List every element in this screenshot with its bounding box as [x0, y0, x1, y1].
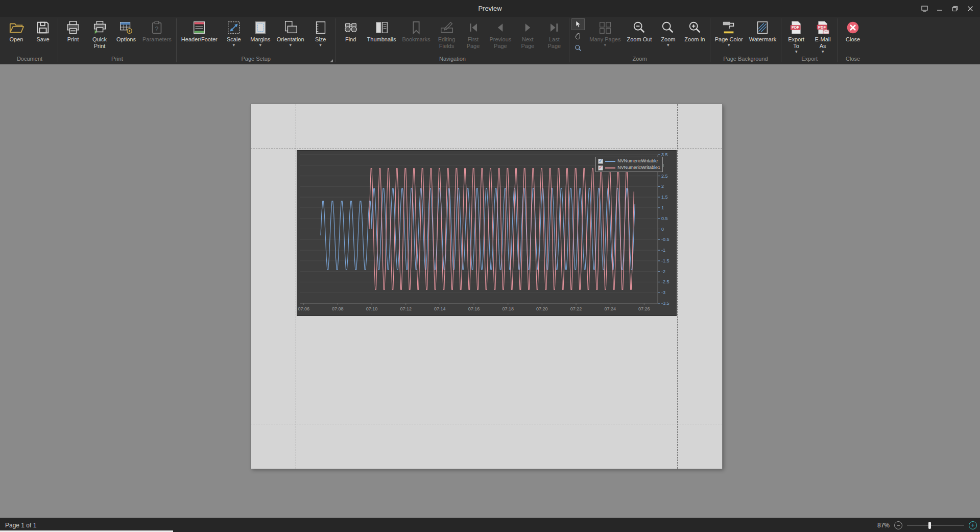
left-margin-guide: [296, 104, 296, 469]
legend-line-sample: [605, 167, 615, 168]
parameters-icon: ?: [149, 19, 164, 36]
export-to-label: Export To: [788, 36, 804, 50]
first-page-label: First Page: [467, 36, 480, 50]
editing-fields-icon: [439, 19, 455, 36]
svg-text:-0.5: -0.5: [661, 237, 670, 242]
orientation-icon: [283, 19, 298, 36]
find-button[interactable]: Find: [338, 18, 364, 43]
open-label: Open: [10, 36, 23, 43]
document-page: 3.532.521.510.50-0.5-1-1.5-2-2.5-3-3.507…: [251, 104, 722, 469]
ribbon-group-page-background: Page Color ▾ Watermark Page Background: [711, 17, 780, 64]
scale-button[interactable]: Scale ▾: [221, 18, 247, 47]
last-page-label: Last Page: [547, 36, 561, 50]
dropdown-arrow-icon: ▾: [259, 43, 262, 47]
print-button[interactable]: Print: [60, 18, 86, 43]
dropdown-arrow-icon: ▾: [667, 43, 670, 47]
thumbnails-button[interactable]: Thumbnails: [364, 18, 399, 43]
ribbon-group-export: PDF Export To ▾ PDF E-Mail As ▾ Export: [782, 17, 837, 64]
find-label: Find: [345, 36, 356, 43]
print-label: Print: [67, 36, 79, 43]
many-pages-button: Many Pages ▾: [586, 18, 624, 47]
ribbon-group-close: Close Close: [839, 17, 867, 64]
group-label-print: Print: [60, 55, 175, 64]
group-label-document: Document: [3, 55, 56, 64]
zoom-out-label: Zoom Out: [627, 36, 652, 43]
hand-tool-button[interactable]: [571, 30, 585, 42]
legend-item[interactable]: ✓ NVNumericWritable: [598, 158, 660, 164]
watermark-button[interactable]: Watermark: [746, 18, 779, 43]
svg-text:07:26: 07:26: [638, 306, 650, 311]
dropdown-arrow-icon: ▾: [604, 43, 607, 47]
titlebar: Preview: [0, 0, 980, 17]
ribbon-group-page-setup: Header/Footer Scale ▾ Margins ▾: [177, 17, 335, 64]
zoom-controls: 87% − +: [877, 521, 977, 529]
previous-page-button: Previous Page: [487, 18, 515, 50]
group-label-navigation: Navigation: [338, 55, 568, 64]
page-color-button[interactable]: Page Color ▾: [712, 18, 746, 47]
status-zoom-out-button[interactable]: −: [894, 521, 902, 529]
svg-text:07:22: 07:22: [570, 306, 582, 311]
minimize-button[interactable]: [932, 2, 947, 15]
fullscreen-icon[interactable]: [917, 2, 932, 15]
scale-icon: [226, 19, 242, 36]
zoom-in-button[interactable]: Zoom In: [681, 18, 708, 43]
legend-label: NVNumericWritable1: [617, 165, 660, 171]
parameters-label: Parameters: [142, 36, 172, 43]
maximize-button[interactable]: [947, 2, 963, 15]
group-label-export: Export: [783, 55, 836, 64]
save-button[interactable]: Save: [30, 18, 56, 43]
header-footer-icon: [192, 19, 207, 36]
thumbnails-icon: [374, 19, 389, 36]
save-icon: [35, 19, 51, 36]
dropdown-arrow-icon: ▾: [319, 43, 322, 47]
previous-page-label: Previous Page: [490, 36, 512, 50]
legend-checkbox[interactable]: ✓: [598, 159, 603, 164]
page-setup-dialog-launcher[interactable]: [330, 59, 333, 62]
svg-text:07:16: 07:16: [468, 306, 480, 311]
dropdown-arrow-icon: ▾: [822, 50, 824, 54]
legend-item[interactable]: ✓ NVNumericWritable1: [598, 165, 660, 171]
ribbon-separator: [569, 18, 569, 62]
open-button[interactable]: Open: [3, 18, 30, 43]
zoom-slider-thumb[interactable]: [928, 522, 931, 529]
email-as-label: E-Mail As: [815, 36, 831, 50]
email-as-button[interactable]: PDF E-Mail As ▾: [809, 18, 836, 54]
close-preview-button[interactable]: Close: [840, 18, 866, 43]
zoom-percent: 87%: [877, 522, 890, 529]
dropdown-arrow-icon: ▾: [233, 43, 235, 47]
dropdown-arrow-icon: ▾: [289, 43, 292, 47]
check-icon: ✓: [599, 158, 603, 164]
margins-button[interactable]: Margins ▾: [247, 18, 274, 47]
orientation-button[interactable]: Orientation ▾: [274, 18, 307, 47]
svg-text:-3: -3: [661, 290, 665, 295]
svg-text:07:14: 07:14: [434, 306, 446, 311]
size-button[interactable]: Size ▾: [307, 18, 334, 47]
svg-text:1: 1: [661, 205, 664, 210]
status-zoom-in-button[interactable]: +: [969, 521, 977, 529]
svg-text:0: 0: [661, 227, 664, 232]
svg-text:PDF: PDF: [818, 25, 826, 30]
dropdown-arrow-icon: ▾: [795, 50, 798, 54]
window-close-button[interactable]: [963, 2, 978, 15]
preview-canvas[interactable]: 3.532.521.510.50-0.5-1-1.5-2-2.5-3-3.507…: [0, 64, 980, 518]
zoom-button[interactable]: Zoom ▾: [655, 18, 681, 47]
magnifier-tool-button[interactable]: [571, 42, 585, 54]
export-to-button[interactable]: PDF Export To ▾: [783, 18, 809, 54]
ribbon-group-navigation: Find Thumbnails Bookmarks: [337, 17, 569, 64]
header-footer-button[interactable]: Header/Footer: [178, 18, 221, 43]
pointer-icon: [575, 20, 582, 28]
legend-checkbox[interactable]: ✓: [598, 165, 603, 171]
pointer-tool-button[interactable]: [571, 18, 585, 30]
quick-print-button[interactable]: Quick Print: [86, 18, 113, 50]
svg-text:-1: -1: [661, 248, 665, 253]
bookmarks-label: Bookmarks: [402, 36, 430, 43]
group-label-page-setup-text: Page Setup: [241, 56, 271, 62]
options-button[interactable]: Options: [113, 18, 139, 43]
zoom-out-button[interactable]: Zoom Out: [624, 18, 655, 43]
preview-window: Preview: [0, 0, 980, 532]
ribbon-separator: [336, 18, 336, 62]
first-page-icon: [466, 19, 481, 36]
options-label: Options: [116, 36, 136, 43]
zoom-slider[interactable]: [907, 521, 964, 529]
svg-text:PDF: PDF: [792, 25, 799, 30]
